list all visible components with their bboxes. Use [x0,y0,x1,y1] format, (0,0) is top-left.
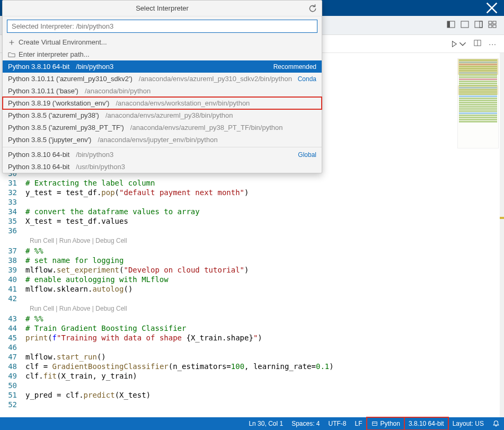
line-number: 46 [0,343,25,352]
code-line[interactable]: 31# Extracting the label column [0,178,454,188]
line-number: 31 [0,178,25,188]
line-number: 50 [0,381,25,390]
code-line[interactable]: 50 [0,381,454,390]
line-number: 51 [0,390,25,400]
svg-rect-5 [480,21,482,28]
create-virtual-env-action[interactable]: Create Virtual Environment... [3,36,322,48]
line-number: 39 [0,265,25,275]
status-language-mode[interactable]: Python [367,417,404,430]
minimap[interactable] [457,58,499,148]
status-eol[interactable]: LF [351,417,367,430]
line-number: 34 [0,207,25,216]
code-line[interactable]: 45print(f"Training with data of shape {X… [0,333,454,343]
svg-rect-1 [447,21,450,28]
svg-rect-7 [493,21,496,24]
line-number: 37 [0,246,25,256]
status-python-interpreter[interactable]: 3.8.10 64-bit [404,417,448,430]
status-bar: Ln 30, Col 1 Spaces: 4 UTF-8 LF Python 3… [0,417,504,430]
line-number: 45 [0,333,25,343]
interpreter-search-input[interactable] [7,20,317,33]
interpreter-option[interactable]: Python 3.8.5 ('jupyter_env')/anaconda/en… [3,134,322,146]
codelens[interactable]: Run Cell | Run Above | Debug Cell [0,235,454,246]
line-number: 43 [0,314,25,323]
code-line[interactable]: 36 [0,226,454,235]
line-number: 47 [0,352,25,362]
enter-interpreter-path-action[interactable]: Enter interpreter path... [3,48,322,60]
close-icon[interactable] [484,0,500,16]
panel-left-icon[interactable] [447,20,455,30]
code-line[interactable]: 41mlflow.sklearn.autolog() [0,284,454,294]
notifications-icon[interactable] [488,417,504,430]
code-line[interactable]: 43# %% [0,314,454,323]
interpreter-picker: Select Interpreter Create Virtual Enviro… [2,0,322,173]
line-number: 35 [0,216,25,226]
svg-rect-6 [489,21,492,24]
line-number: 40 [0,275,25,284]
svg-rect-9 [493,25,496,28]
code-line[interactable]: 37# %% [0,246,454,256]
interpreter-option[interactable]: Python 3.8.10 64-bit/bin/python3Recommen… [3,60,322,73]
code-line[interactable]: 32y_test = test_df.pop("default payment … [0,188,454,197]
code-line[interactable]: 39mlflow.set_experiment("Develop on clou… [0,265,454,275]
code-line[interactable]: 35X_test = test_df.values [0,216,454,226]
line-number: 48 [0,362,25,371]
code-line[interactable]: 38# set name for logging [0,256,454,265]
code-line[interactable]: 51y_pred = clf.predict(X_test) [0,390,454,400]
panel-bottom-icon[interactable] [461,20,469,30]
code-line[interactable]: 34# convert the dataframe values to arra… [0,207,454,216]
code-line[interactable]: 46 [0,343,454,352]
overview-ruler[interactable] [500,53,504,417]
line-number: 33 [0,197,25,207]
run-button[interactable] [450,40,466,48]
interpreter-option[interactable]: Python 3.10.11 ('base')/anaconda/bin/pyt… [3,85,322,97]
refresh-icon[interactable] [308,4,317,13]
status-keyboard-layout[interactable]: Layout: US [448,417,488,430]
status-encoding[interactable]: UTF-8 [324,417,351,430]
layout-grid-icon[interactable] [488,20,497,30]
code-line[interactable]: 44# Train Gradient Boosting Classifier [0,323,454,333]
interpreter-picker-title: Select Interpreter [3,1,322,16]
split-editor-icon[interactable] [474,39,481,48]
interpreter-option[interactable]: Python 3.8.19 ('workstation_env')/anacon… [3,97,322,109]
status-ln-col[interactable]: Ln 30, Col 1 [244,417,287,430]
svg-rect-8 [489,25,492,28]
svg-rect-4 [475,21,482,28]
line-number: 52 [0,400,25,409]
code-line[interactable]: 47mlflow.start_run() [0,352,454,362]
code-line[interactable]: 40# enable autologging with MLflow [0,275,454,284]
code-line[interactable]: 33 [0,197,454,207]
panel-right-icon[interactable] [474,20,483,30]
interpreter-option[interactable]: Python 3.8.5 ('azureml_py38')/anaconda/e… [3,109,322,121]
code-line[interactable]: 52 [0,400,454,409]
interpreter-option[interactable]: Python 3.10.11 ('azureml_py310_sdkv2')/a… [3,73,322,85]
svg-rect-3 [461,25,468,28]
code-line[interactable]: 42 [0,294,454,303]
line-number: 41 [0,284,25,294]
code-line[interactable]: 48clf = GradientBoostingClassifier(n_est… [0,362,454,371]
status-indent[interactable]: Spaces: 4 [287,417,324,430]
line-number: 44 [0,323,25,333]
codelens[interactable]: Run Cell | Run Above | Debug Cell [0,303,454,314]
interpreter-option[interactable]: Python 3.8.10 64-bit/usr/bin/python3 [3,161,322,173]
more-actions-icon[interactable]: ··· [489,40,497,48]
line-number: 42 [0,294,25,303]
code-line[interactable]: 49clf.fit(X_train, y_train) [0,371,454,381]
line-number: 32 [0,188,25,197]
interpreter-option[interactable]: Python 3.8.10 64-bit/bin/python3Global [3,148,322,161]
line-number: 36 [0,226,25,235]
interpreter-option[interactable]: Python 3.8.5 ('azureml_py38_PT_TF')/anac… [3,121,322,134]
line-number: 38 [0,256,25,265]
line-number: 49 [0,371,25,381]
